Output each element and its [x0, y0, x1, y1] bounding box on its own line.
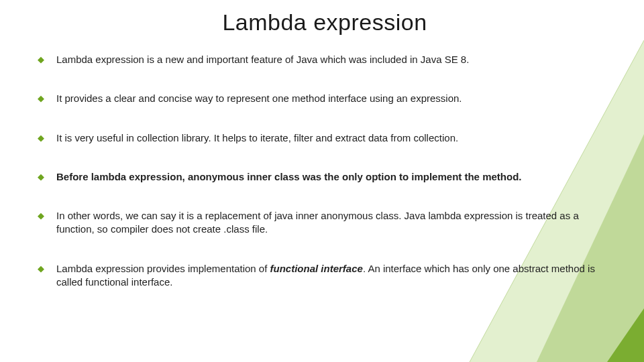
slide-title: Lambda expression: [38, 9, 612, 36]
bullet-list: Lambda expression is a new and important…: [38, 53, 612, 289]
slide: Lambda expression Lambda expression is a…: [0, 0, 644, 362]
bullet-item: In other words, we can say it is a repla…: [38, 209, 612, 237]
bullet-item: Lambda expression is a new and important…: [38, 53, 612, 66]
bullet-item: Lambda expression provides implementatio…: [38, 262, 612, 290]
bullet-item: It provides a clear and concise way to r…: [38, 92, 612, 105]
bullet-item: Before lambda expression, anonymous inne…: [38, 170, 612, 184]
bullet-item: It is very useful in collection library.…: [38, 131, 612, 145]
